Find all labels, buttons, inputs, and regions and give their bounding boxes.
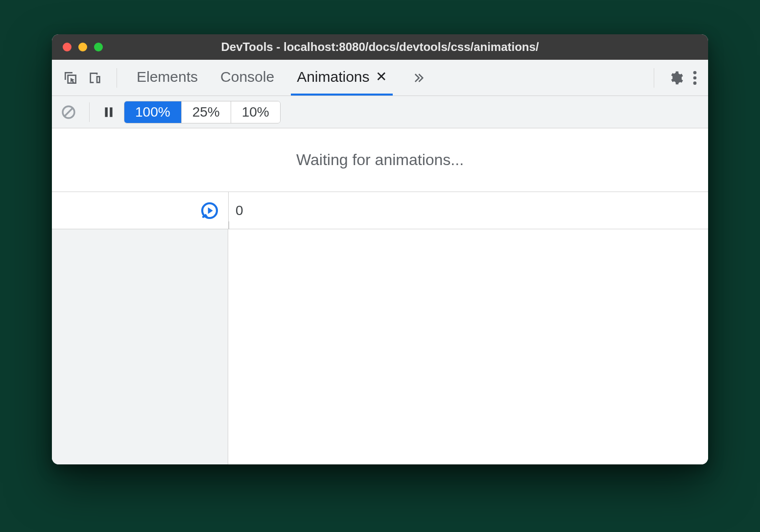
speed-10[interactable]: 10%: [231, 101, 280, 123]
inspect-element-icon[interactable]: [63, 70, 78, 86]
traffic-lights: [52, 43, 103, 51]
tab-list: Elements Console Animations ✕: [120, 60, 651, 96]
timeline-start-label: 0: [236, 203, 243, 218]
animation-list-pane: [52, 229, 228, 464]
playback-speed-picker: 100% 25% 10%: [124, 101, 281, 123]
timeline-tick: [229, 221, 229, 229]
titlebar: DevTools - localhost:8080/docs/devtools/…: [52, 34, 708, 60]
tab-elements[interactable]: Elements: [131, 60, 204, 96]
svg-rect-5: [105, 107, 107, 117]
divider: [117, 68, 117, 88]
speed-100[interactable]: 100%: [124, 101, 181, 123]
close-icon[interactable]: ✕: [376, 69, 387, 85]
tab-label: Elements: [137, 69, 198, 85]
svg-line-4: [65, 108, 72, 116]
tabstrip: Elements Console Animations ✕: [52, 60, 708, 96]
device-toggle-icon[interactable]: [87, 70, 103, 86]
divider: [89, 102, 90, 122]
replay-icon[interactable]: [200, 201, 219, 220]
svg-rect-6: [110, 107, 112, 117]
window-title: DevTools - localhost:8080/docs/devtools/…: [52, 40, 708, 54]
kebab-menu-icon[interactable]: [692, 70, 697, 86]
animations-toolbar: 100% 25% 10%: [52, 96, 708, 128]
tab-label: Console: [220, 69, 274, 85]
pause-icon[interactable]: [102, 106, 115, 119]
clear-icon[interactable]: [61, 104, 76, 120]
close-window-button[interactable]: [63, 43, 71, 51]
speed-25[interactable]: 25%: [181, 101, 231, 123]
divider: [654, 68, 654, 88]
waiting-message: Waiting for animations...: [52, 128, 708, 192]
minimize-window-button[interactable]: [78, 43, 87, 51]
more-tabs-icon[interactable]: [404, 60, 434, 96]
tab-label: Animations: [297, 69, 369, 85]
fullscreen-window-button[interactable]: [94, 43, 103, 51]
tab-console[interactable]: Console: [214, 60, 280, 96]
timeline-pane: [228, 229, 708, 464]
settings-icon[interactable]: [668, 70, 684, 86]
timeline-header: 0: [52, 192, 708, 229]
svg-point-0: [693, 71, 697, 74]
svg-point-2: [693, 81, 697, 85]
tab-animations[interactable]: Animations ✕: [291, 60, 392, 96]
devtools-window: DevTools - localhost:8080/docs/devtools/…: [52, 34, 708, 464]
svg-point-1: [693, 76, 697, 79]
timeline-body: [52, 229, 708, 464]
